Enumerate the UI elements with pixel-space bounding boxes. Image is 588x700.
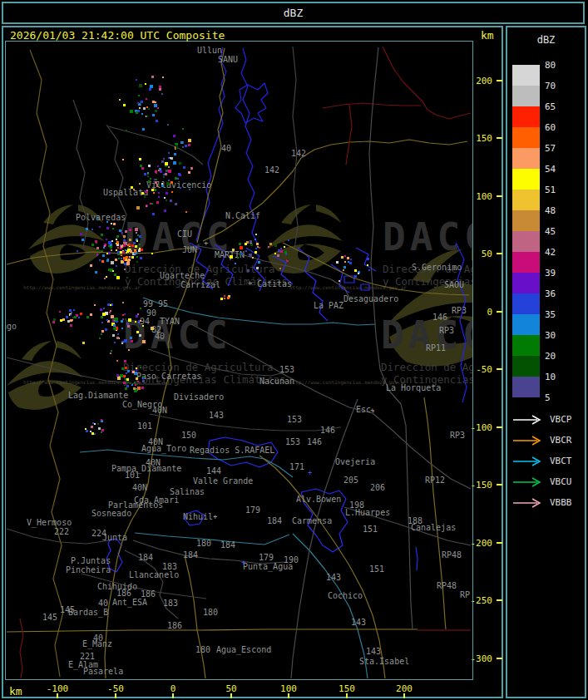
radar-echo xyxy=(151,253,153,254)
radar-echo xyxy=(101,419,102,421)
radar-echo xyxy=(159,168,161,170)
radar-echo xyxy=(148,165,151,167)
radar-echo xyxy=(82,342,85,344)
radar-echo xyxy=(106,276,107,278)
radar-echo xyxy=(156,172,157,174)
dbz-scale-color xyxy=(512,273,540,293)
radar-echo xyxy=(128,259,131,261)
radar-echo xyxy=(123,242,125,244)
radar-echo xyxy=(131,384,133,386)
vector-arrow-icon xyxy=(512,476,544,488)
x-tick-mark xyxy=(57,693,58,698)
radar-echo xyxy=(101,431,102,433)
radar-echo xyxy=(80,313,82,315)
radar-echo xyxy=(121,258,122,259)
radar-echo xyxy=(240,254,241,255)
radar-echo xyxy=(139,334,141,337)
radar-echo xyxy=(112,270,114,272)
radar-echo xyxy=(127,332,129,333)
radar-echo xyxy=(133,189,135,190)
dbz-scale-label: 80 xyxy=(545,61,573,71)
radar-echo xyxy=(110,304,111,306)
radar-echo xyxy=(235,263,236,264)
radar-echo xyxy=(132,371,135,373)
radar-echo xyxy=(185,145,187,147)
radar-echo xyxy=(113,223,116,225)
radar-echo xyxy=(189,189,190,190)
radar-echo xyxy=(108,252,111,254)
radar-echo xyxy=(101,429,104,431)
radar-echo xyxy=(358,273,359,274)
radar-echo xyxy=(127,325,130,328)
radar-echo xyxy=(287,259,289,260)
radar-echo xyxy=(343,269,344,271)
radar-echo xyxy=(94,433,96,435)
radar-echo xyxy=(239,243,241,245)
radar-echo xyxy=(116,265,117,267)
radar-echo xyxy=(147,172,149,174)
vector-legend-label: VBCT xyxy=(550,456,572,466)
radar-echo xyxy=(240,246,243,249)
radar-echo xyxy=(123,235,126,238)
radar-echo xyxy=(171,191,173,193)
radar-echo xyxy=(52,321,55,323)
y-tick-mark xyxy=(497,426,502,428)
radar-echo xyxy=(116,276,120,279)
radar-echo xyxy=(96,247,99,249)
radar-echo xyxy=(108,269,111,271)
radar-echo xyxy=(95,271,97,274)
radar-echo xyxy=(136,232,137,234)
radar-echo xyxy=(116,337,119,339)
radar-echo xyxy=(133,387,136,390)
radar-echo xyxy=(126,323,129,325)
radar-echo xyxy=(131,244,134,247)
radar-echo xyxy=(70,319,72,322)
radar-echo xyxy=(141,167,144,170)
radar-echo xyxy=(138,249,141,252)
radar-echo xyxy=(96,217,98,219)
radar-echo xyxy=(119,99,121,101)
radar-echo xyxy=(131,256,134,259)
y-tick-mark xyxy=(497,599,502,601)
radar-echo xyxy=(158,196,160,198)
dbz-scale-label: 10 xyxy=(545,372,573,382)
radar-echo xyxy=(177,178,179,180)
radar-echo xyxy=(178,173,180,175)
radar-echo xyxy=(284,251,287,254)
radar-echo xyxy=(127,244,129,246)
radar-echo xyxy=(123,104,126,106)
radar-echo xyxy=(279,268,281,269)
radar-echo xyxy=(66,316,68,318)
radar-echo xyxy=(111,350,112,352)
radar-echo xyxy=(188,144,190,146)
radar-echo xyxy=(285,254,287,255)
x-tick-mark xyxy=(172,693,174,698)
vector-legend-label: VBCU xyxy=(550,476,572,487)
radar-echo xyxy=(224,295,225,297)
radar-echo xyxy=(344,255,346,257)
radar-echo xyxy=(121,245,123,248)
radar-echo xyxy=(111,223,112,224)
radar-echo xyxy=(142,325,144,327)
legend-panel: dBZ 807065605754514845423936353020105 VB… xyxy=(506,26,586,698)
radar-echo xyxy=(146,98,147,100)
radar-echo xyxy=(82,239,84,241)
radar-echo xyxy=(151,76,154,78)
vector-arrow-icon xyxy=(512,456,544,467)
radar-echo xyxy=(274,244,277,247)
dbz-scale-color xyxy=(512,293,540,314)
vector-legend-label: VBBB xyxy=(550,497,572,508)
dbz-scale-label: 45 xyxy=(545,227,573,237)
dbz-scale-color xyxy=(512,148,540,169)
radar-echo xyxy=(131,340,133,343)
radar-echo xyxy=(368,269,370,271)
radar-echoes-layer xyxy=(6,42,472,679)
radar-echo xyxy=(151,327,154,330)
x-tick-mark xyxy=(230,693,232,698)
y-tick-mark xyxy=(497,137,502,139)
vector-legend-row: VBCT xyxy=(512,455,544,471)
radar-echo xyxy=(138,322,140,323)
radar-echo xyxy=(126,372,127,374)
radar-echo xyxy=(159,88,161,91)
radar-echo xyxy=(137,381,139,382)
